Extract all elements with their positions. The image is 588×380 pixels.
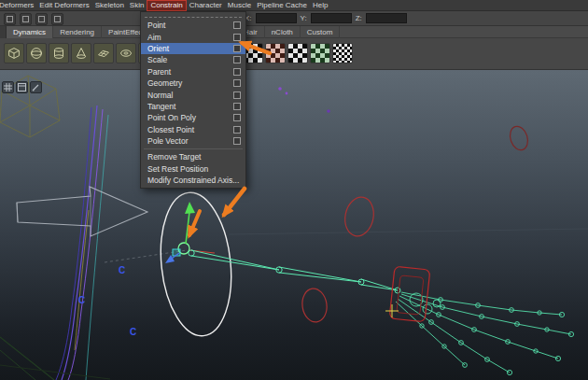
- grid-icon[interactable]: [2, 81, 14, 93]
- tab-ncloth[interactable]: nCloth: [265, 26, 301, 38]
- snap-grid-icon[interactable]: [4, 13, 16, 25]
- panel-icon[interactable]: [16, 81, 28, 93]
- menu-item-tangent[interactable]: Tangent: [141, 101, 245, 112]
- shelf-icons-left: [4, 43, 159, 63]
- menu-item-label: Scale: [147, 55, 167, 64]
- menu-edit-deformers[interactable]: Edit Deformers: [36, 0, 91, 11]
- menu-item-scale[interactable]: Scale: [141, 54, 245, 65]
- menu-separator: [144, 148, 243, 149]
- wire-arrow-gray: [17, 187, 147, 236]
- shelf: [0, 38, 588, 70]
- menu-item-label: Normal: [147, 91, 173, 100]
- checker-texture-red-icon[interactable]: [265, 43, 286, 63]
- transform-entry-fields: X: Y: Z:: [245, 13, 407, 23]
- point-on-poly-option-box[interactable]: [233, 114, 241, 121]
- menu-item-orient[interactable]: Orient: [141, 43, 245, 54]
- curve-label: C: [130, 327, 136, 337]
- pencil-icon[interactable]: [30, 81, 42, 93]
- snap-view-icon[interactable]: [51, 13, 63, 25]
- menu-muscle[interactable]: Muscle: [225, 0, 254, 11]
- menu-constrain[interactable]: Constrain: [147, 0, 186, 11]
- shelf-icons-right: [243, 43, 353, 63]
- ground-wires: [0, 337, 110, 380]
- shelf-tab-group-right: Hair nCloth Custom: [237, 26, 340, 38]
- normal-option-box[interactable]: [233, 91, 241, 99]
- menu-item-label: Point On Poly: [147, 113, 196, 122]
- snap-icon-group: [4, 13, 63, 25]
- menu-item-label: Set Rest Position: [147, 164, 208, 174]
- menu-item-set-rest-position[interactable]: Set Rest Position: [141, 163, 245, 175]
- z-field-label: Z:: [356, 14, 362, 22]
- menu-bar: Deformers Edit Deformers Skeleton Skin C…: [0, 0, 588, 11]
- menu-item-label: Point: [147, 21, 165, 30]
- checker-texture-green-icon[interactable]: [310, 43, 330, 63]
- menu-item-remove-target[interactable]: Remove Target: [141, 151, 245, 162]
- menu-tearoff-handle[interactable]: [145, 14, 242, 18]
- y-field-input[interactable]: [311, 13, 352, 23]
- skeleton-hand: [396, 292, 574, 375]
- poly-cylinder-icon[interactable]: [49, 43, 69, 63]
- menu-item-pole-vector[interactable]: Pole Vector: [141, 135, 245, 147]
- menu-item-aim[interactable]: Aim: [141, 31, 245, 42]
- closest-point-option-box[interactable]: [233, 126, 241, 134]
- poly-cone-icon[interactable]: [71, 43, 91, 63]
- menu-item-point-on-poly[interactable]: Point On Poly: [141, 112, 245, 123]
- menu-deformers[interactable]: Deformers: [0, 0, 36, 11]
- z-field-input[interactable]: [366, 13, 407, 23]
- locator-cross-icon: [385, 304, 399, 317]
- poly-sphere-icon[interactable]: [26, 43, 47, 63]
- poly-plane-icon[interactable]: [93, 43, 114, 63]
- menu-skin[interactable]: Skin: [127, 0, 147, 11]
- checker-texture-fine-icon[interactable]: [332, 43, 353, 63]
- checker-texture-icon-2[interactable]: [287, 43, 308, 63]
- menu-help[interactable]: Help: [310, 0, 330, 11]
- snap-curve-icon[interactable]: [20, 13, 32, 25]
- curve-label: C: [78, 295, 85, 305]
- poly-cube-icon[interactable]: [4, 43, 24, 63]
- menu-item-label: Orient: [147, 44, 169, 53]
- scene-wireframe: C C C: [0, 70, 588, 380]
- tangent-option-box[interactable]: [233, 103, 241, 110]
- parent-option-box[interactable]: [233, 68, 241, 76]
- curve-label: C: [119, 265, 125, 275]
- menu-character[interactable]: Character: [187, 0, 225, 11]
- menu-item-normal[interactable]: Normal: [141, 89, 245, 100]
- control-curves-red: [301, 124, 531, 324]
- menu-item-label: Parent: [147, 67, 171, 77]
- tab-dynamics[interactable]: Dynamics: [7, 26, 53, 38]
- pole-vector-option-box[interactable]: [233, 137, 241, 145]
- constrain-menu: Point Aim Orient Scale Parent Geometry N…: [140, 11, 246, 189]
- menu-item-parent[interactable]: Parent: [141, 66, 245, 77]
- menu-item-label: Closest Point: [147, 125, 194, 134]
- aim-option-box[interactable]: [233, 34, 241, 41]
- menu-item-point[interactable]: Point: [141, 20, 245, 31]
- curve-labels: C C C: [78, 265, 136, 337]
- viewport-3d[interactable]: C C C: [0, 70, 588, 380]
- maya-window: Deformers Edit Deformers Skeleton Skin C…: [0, 0, 588, 380]
- selection-circle: [154, 190, 238, 340]
- menu-item-geometry[interactable]: Geometry: [141, 77, 245, 89]
- shelf-tab-bar: Dynamics Rendering PaintEffects Hair nCl…: [0, 26, 588, 38]
- menu-item-closest-point[interactable]: Closest Point: [141, 124, 245, 135]
- poly-torus-icon[interactable]: [116, 43, 136, 63]
- menu-item-label: Geometry: [147, 78, 182, 88]
- geometry-option-box[interactable]: [233, 79, 241, 87]
- skeleton-arm: [189, 250, 400, 293]
- tab-rendering[interactable]: Rendering: [53, 26, 102, 38]
- scale-option-box[interactable]: [233, 56, 241, 63]
- menu-item-label: Tangent: [147, 102, 175, 111]
- menu-item-modify-constrained-axis[interactable]: Modify Constrained Axis...: [141, 175, 245, 186]
- y-field-label: Y:: [301, 14, 307, 22]
- stray-points: [278, 87, 330, 113]
- x-field-input[interactable]: [256, 13, 297, 23]
- orient-option-box[interactable]: [233, 45, 241, 52]
- menu-pipeline-cache[interactable]: Pipeline Cache: [254, 0, 310, 11]
- point-option-box[interactable]: [233, 21, 241, 29]
- viewport-toolbar: [2, 81, 42, 93]
- menu-skeleton[interactable]: Skeleton: [92, 0, 127, 11]
- menu-item-label: Aim: [147, 33, 161, 42]
- wire-curves-purple: [56, 106, 108, 380]
- tab-custom[interactable]: Custom: [301, 26, 341, 38]
- snap-point-icon[interactable]: [35, 13, 48, 25]
- shelf-tab-menu-button[interactable]: [0, 26, 7, 38]
